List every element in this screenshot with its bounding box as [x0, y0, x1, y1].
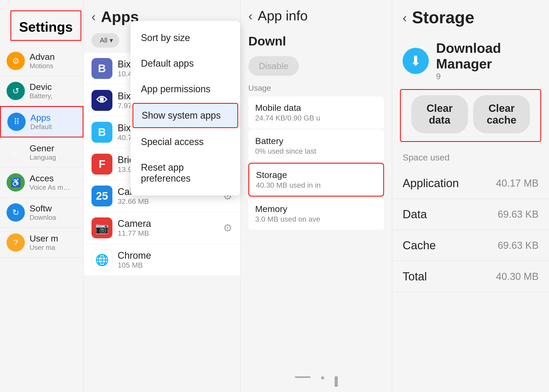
sidebar-label-general: Gener	[30, 143, 56, 153]
usage-item-sub-mobile_data: 24.74 KB/0.90 GB u	[255, 114, 365, 122]
sidebar-item-general[interactable]: ≡ Gener Languag	[0, 137, 83, 168]
disable-button[interactable]: Disable	[248, 56, 299, 76]
storage-row-label-cache: Cache	[403, 239, 436, 252]
storage-row-label-application: Application	[403, 177, 459, 190]
dropdown-item-reset_app_prefs[interactable]: Reset app preferences	[130, 155, 240, 191]
storage-app-name: Download Manager	[436, 40, 539, 72]
apps-panel: ‹ Apps All ▾ B Bixby 10.49 M 👁 Bixby 7.9…	[84, 0, 241, 392]
sidebar-icon-apps: ⠿	[7, 113, 26, 131]
app-info-title: App info	[258, 8, 308, 24]
sidebar-sub-access: Voice As menu	[30, 183, 71, 192]
sidebar-icon-softw: ↻	[7, 203, 25, 222]
usage-item-memory[interactable]: Memory 3.0 MB used on ave	[248, 198, 384, 230]
storage-row-label-total: Total	[403, 270, 427, 283]
storage-panel-title: Storage	[412, 8, 474, 27]
app-info-panel: ‹ App info Downl Disable Usage Mobile da…	[241, 0, 392, 392]
sidebar-sub-apps: Default	[30, 123, 52, 131]
apps-back-button[interactable]: ‹	[92, 9, 96, 24]
sidebar-sub-general: Languag	[30, 153, 56, 162]
sidebar-label-device: Devic	[30, 82, 53, 92]
sidebar-icon-access: ♿	[7, 173, 25, 192]
usage-item-title-mobile_data: Mobile data	[255, 103, 377, 113]
storage-row-cache: Cache 69.63 KB	[392, 230, 549, 261]
app-icon-calendar: 25	[92, 186, 112, 206]
sidebar-icon-device: ↺	[7, 82, 25, 100]
sidebar-item-advanced[interactable]: ⚙ Advan Motions	[0, 46, 83, 76]
sidebar-sub-advanced: Motions	[30, 62, 55, 70]
usage-item-sub-storage: 40.30 MB used in in	[256, 181, 366, 189]
storage-rows: Application 40.17 MB Data 69.63 KB Cache…	[392, 168, 549, 292]
usage-item-sub-memory: 3.0 MB used on ave	[255, 215, 365, 223]
app-icon-camera: 📷	[92, 217, 112, 238]
usage-item-sub-battery: 0% used since last	[255, 147, 365, 155]
storage-row-data: Data 69.63 KB	[392, 199, 549, 230]
usage-item-title-battery: Battery	[255, 136, 377, 146]
app-icon-chrome: 🌐	[92, 249, 112, 270]
app-icon-bixby2: 👁	[92, 90, 112, 111]
app-icon-bixby1: B	[92, 58, 112, 79]
sidebar-icon-advanced: ⚙	[7, 52, 25, 70]
storage-row-total: Total 40.30 MB	[392, 261, 549, 292]
app-icon-briefing: F	[92, 154, 112, 175]
settings-title: Settings	[10, 10, 81, 41]
sidebar-item-apps[interactable]: ⠿ Apps Default	[0, 106, 83, 137]
sidebar-sub-user: User ma	[30, 244, 58, 252]
dropdown-item-special_access[interactable]: Special access	[130, 129, 240, 155]
storage-row-value-application: 40.17 MB	[496, 178, 539, 189]
storage-panel: ‹ Storage ⬇ Download Manager 9 Clear dat…	[392, 0, 549, 392]
dropdown-item-app_permissions[interactable]: App permissions	[130, 76, 240, 102]
storage-app-icon: ⬇	[403, 48, 429, 74]
app-gear-icon-camera[interactable]: ⚙	[223, 222, 232, 234]
clear-cache-button[interactable]: Clear cache	[473, 95, 530, 133]
dropdown-item-sort_by_size[interactable]: Sort by size	[130, 25, 240, 51]
dropdown-item-show_system_apps[interactable]: Show system apps	[133, 103, 238, 128]
sidebar-label-advanced: Advan	[30, 52, 55, 62]
app-name-camera: Camera	[118, 218, 151, 229]
storage-row-value-total: 40.30 MB	[496, 271, 539, 282]
app-info-back-button[interactable]: ‹	[248, 9, 253, 23]
sidebar-icon-general: ≡	[7, 143, 25, 162]
storage-app-version: 9	[436, 72, 539, 81]
sidebar-item-user[interactable]: ? User m User ma	[0, 228, 83, 258]
settings-panel: Settings ⚙ Advan Motions ↺ Devic Battery…	[0, 0, 84, 392]
sidebar-sub-device: Battery,	[30, 92, 53, 100]
nav-home[interactable]	[321, 376, 324, 379]
sidebar-label-access: Acces	[30, 173, 71, 183]
app-name-chrome: Chrome	[118, 250, 151, 261]
sidebar-sub-softw: Downloa	[30, 214, 56, 222]
sidebar-label-user: User m	[30, 233, 58, 244]
nav-back[interactable]	[295, 376, 311, 378]
usage-section-title: Usage	[248, 84, 384, 93]
sidebar-label-apps: Apps	[30, 113, 52, 123]
space-used-label: Space used	[392, 150, 549, 168]
app-list-item-camera[interactable]: 📷 Camera 11.77 MB ⚙	[84, 212, 240, 244]
storage-row-value-data: 69.63 KB	[498, 209, 539, 220]
dropdown-item-default_apps[interactable]: Default apps	[130, 51, 240, 76]
storage-row-value-cache: 69.63 KB	[498, 240, 539, 251]
navigation-bar	[241, 371, 392, 392]
app-list-item-chrome[interactable]: 🌐 Chrome 105 MB	[84, 244, 240, 275]
app-icon-bixby_voice: B	[92, 122, 112, 143]
usage-item-title-storage: Storage	[256, 170, 376, 180]
sidebar-label-softw: Softw	[30, 203, 56, 214]
storage-row-label-data: Data	[403, 208, 427, 221]
app-size-calendar: 32.66 MB	[118, 197, 156, 206]
clear-buttons-container: Clear data Clear cache	[400, 89, 541, 142]
app-size-camera: 11.77 MB	[118, 229, 151, 238]
sidebar-item-device[interactable]: ↺ Devic Battery,	[0, 76, 83, 106]
storage-row-application: Application 40.17 MB	[392, 168, 549, 199]
sidebar-item-softw[interactable]: ↻ Softw Downloa	[0, 198, 83, 228]
app-info-app-name: Downl	[248, 34, 384, 48]
usage-item-mobile_data[interactable]: Mobile data 24.74 KB/0.90 GB u	[248, 96, 384, 129]
filter-all-button[interactable]: All ▾	[92, 33, 119, 48]
usage-item-title-memory: Memory	[255, 204, 377, 214]
usage-item-storage[interactable]: Storage 40.30 MB used in in	[248, 163, 384, 197]
nav-recents[interactable]	[335, 376, 338, 387]
usage-item-battery[interactable]: Battery 0% used since last	[248, 130, 384, 162]
sidebar-icon-user: ?	[7, 233, 25, 252]
sidebar-item-access[interactable]: ♿ Acces Voice As menu	[0, 168, 83, 198]
dropdown-menu: Sort by sizeDefault appsApp permissionsS…	[130, 21, 240, 195]
storage-back-button[interactable]: ‹	[403, 10, 407, 25]
app-size-chrome: 105 MB	[118, 261, 151, 269]
clear-data-button[interactable]: Clear data	[411, 95, 468, 133]
